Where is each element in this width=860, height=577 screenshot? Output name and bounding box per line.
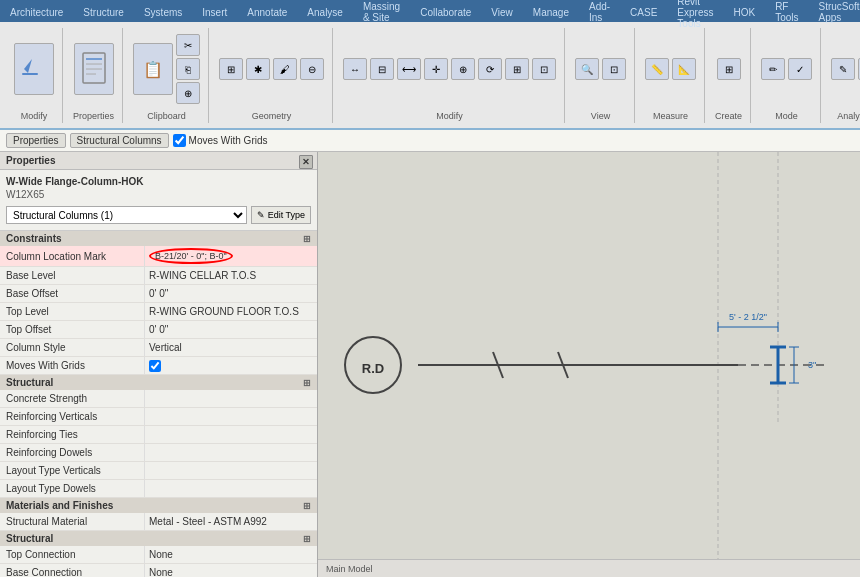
move-icon[interactable]: ✛ bbox=[424, 58, 448, 80]
tab-architecture[interactable]: Architecture bbox=[0, 2, 73, 22]
prop-value-reinforcing-verticals[interactable] bbox=[145, 408, 317, 425]
properties-table: Constraints ⊞ Column Location Mark B-21/… bbox=[0, 231, 317, 577]
tab-addins[interactable]: Add-Ins bbox=[579, 2, 620, 22]
tab-insert[interactable]: Insert bbox=[192, 2, 237, 22]
tab-view[interactable]: View bbox=[481, 2, 523, 22]
tab-massing[interactable]: Massing & Site bbox=[353, 2, 410, 22]
tab-rf-tools[interactable]: RF Tools bbox=[765, 2, 808, 22]
create-icons: ⊞ bbox=[717, 28, 741, 111]
tab-annotate[interactable]: Annotate bbox=[237, 2, 297, 22]
scale-icon[interactable]: ⊡ bbox=[532, 58, 556, 80]
prop-value-column-style[interactable]: Vertical bbox=[145, 339, 317, 356]
paste-special-icon[interactable]: ⊕ bbox=[176, 82, 200, 104]
create-icon[interactable]: ⊞ bbox=[717, 58, 741, 80]
align-icon[interactable]: ↔ bbox=[343, 58, 367, 80]
location-mark-circle: B-21/20' - 0"; B-0" bbox=[149, 248, 233, 264]
modify-icon[interactable] bbox=[14, 43, 54, 95]
prop-value-moves-with-grids[interactable] bbox=[145, 357, 317, 374]
column-label: R.D bbox=[362, 361, 384, 376]
structural-section-header: Structural ⊞ bbox=[0, 375, 317, 390]
split-icon[interactable]: ⊖ bbox=[300, 58, 324, 80]
prop-value-base-connection[interactable]: None bbox=[145, 564, 317, 577]
structural-columns-btn[interactable]: Structural Columns bbox=[70, 133, 169, 148]
properties-header: Properties ✕ bbox=[0, 152, 317, 170]
prop-row-top-offset: Top Offset 0' 0" bbox=[0, 321, 317, 339]
prop-value-reinforcing-dowels[interactable] bbox=[145, 444, 317, 461]
measure-angle-icon[interactable]: 📐 bbox=[672, 58, 696, 80]
edit-type-btn[interactable]: ✎ Edit Type bbox=[251, 206, 311, 224]
ribbon-group-clipboard: 📋 ✂ ⎗ ⊕ Clipboard bbox=[125, 28, 209, 123]
prop-value-concrete-strength[interactable] bbox=[145, 390, 317, 407]
geometry-label: Geometry bbox=[252, 111, 292, 123]
mode-icons: ✏ ✓ bbox=[761, 28, 812, 111]
prop-row-layout-type-verticals: Layout Type Verticals bbox=[0, 462, 317, 480]
mirror-icon[interactable]: ⟷ bbox=[397, 58, 421, 80]
tab-strucsoft[interactable]: StrucSoft Apps bbox=[808, 2, 860, 22]
analytical-icons: ✎ ⊙ bbox=[831, 28, 860, 111]
clipboard-label: Clipboard bbox=[147, 111, 186, 123]
ribbon-group-create: ⊞ Create bbox=[707, 28, 751, 123]
prop-label-top-offset: Top Offset bbox=[0, 321, 145, 338]
view-group-label: View bbox=[591, 111, 610, 123]
ribbon-group-modify: ↔ ⊟ ⟷ ✛ ⊕ ⟳ ⊞ ⊡ Modify bbox=[335, 28, 565, 123]
prop-row-location-mark: Column Location Mark B-21/20' - 0"; B-0" bbox=[0, 246, 317, 267]
prop-label-base-connection: Base Connection bbox=[0, 564, 145, 577]
status-bar-text: Main Model bbox=[326, 564, 373, 574]
prop-label-column-style: Column Style bbox=[0, 339, 145, 356]
tab-analyse[interactable]: Analyse bbox=[297, 2, 353, 22]
svg-marker-1 bbox=[24, 59, 32, 73]
prop-value-location-mark[interactable]: B-21/20' - 0"; B-0" bbox=[145, 246, 317, 266]
tab-case[interactable]: CASE bbox=[620, 2, 667, 22]
copy-tool-icon[interactable]: ⊕ bbox=[451, 58, 475, 80]
moves-with-grids-checkbox[interactable] bbox=[173, 134, 186, 147]
join-icon[interactable]: ⊞ bbox=[219, 58, 243, 80]
edit-family-icon[interactable]: ✎ bbox=[831, 58, 855, 80]
measure-group-label: Measure bbox=[653, 111, 688, 123]
materials-section-icon: ⊞ bbox=[303, 501, 311, 511]
paste-icon[interactable]: 📋 bbox=[133, 43, 173, 95]
measure-distance-icon[interactable]: 📏 bbox=[645, 58, 669, 80]
moves-with-grids-prop-checkbox[interactable] bbox=[149, 360, 161, 372]
constraints-section-icon: ⊞ bbox=[303, 234, 311, 244]
tab-revit-express[interactable]: Revit Express Tools bbox=[667, 2, 723, 22]
cut-geom-icon[interactable]: ✱ bbox=[246, 58, 270, 80]
offset-icon[interactable]: ⊟ bbox=[370, 58, 394, 80]
properties-close-btn[interactable]: ✕ bbox=[299, 155, 313, 169]
prop-row-top-level: Top Level R-WING GROUND FLOOR T.O.S bbox=[0, 303, 317, 321]
zoom-in-icon[interactable]: 🔍 bbox=[575, 58, 599, 80]
tab-collaborate[interactable]: Collaborate bbox=[410, 2, 481, 22]
prop-value-top-offset[interactable]: 0' 0" bbox=[145, 321, 317, 338]
finish-mode-icon[interactable]: ✓ bbox=[788, 58, 812, 80]
zoom-out-icon[interactable]: ⊡ bbox=[602, 58, 626, 80]
copy-icon[interactable]: ⎗ bbox=[176, 58, 200, 80]
tab-manage[interactable]: Manage bbox=[523, 2, 579, 22]
properties-btn[interactable]: Properties bbox=[6, 133, 66, 148]
prop-label-reinforcing-verticals: Reinforcing Verticals bbox=[0, 408, 145, 425]
prop-label-concrete-strength: Concrete Strength bbox=[0, 390, 145, 407]
prop-value-top-connection[interactable]: None bbox=[145, 546, 317, 563]
tab-systems[interactable]: Systems bbox=[134, 2, 192, 22]
edit-mode-icon[interactable]: ✏ bbox=[761, 58, 785, 80]
paint-icon[interactable]: 🖌 bbox=[273, 58, 297, 80]
mode-group-label: Mode bbox=[775, 111, 798, 123]
trim-icon[interactable]: ⊞ bbox=[505, 58, 529, 80]
tab-hok[interactable]: HOK bbox=[723, 2, 765, 22]
prop-value-reinforcing-ties[interactable] bbox=[145, 426, 317, 443]
prop-value-top-level[interactable]: R-WING GROUND FLOOR T.O.S bbox=[145, 303, 317, 320]
ribbon-group-geometry: ⊞ ✱ 🖌 ⊖ Geometry bbox=[211, 28, 333, 123]
properties-icon[interactable] bbox=[74, 43, 114, 95]
cut-icon[interactable]: ✂ bbox=[176, 34, 200, 56]
main-area: Properties ✕ W-Wide Flange-Column-HOK W1… bbox=[0, 152, 860, 577]
prop-value-structural-material[interactable]: Metal - Steel - ASTM A992 bbox=[145, 513, 317, 530]
type-selector[interactable]: Structural Columns (1) bbox=[6, 206, 247, 224]
prop-value-base-offset[interactable]: 0' 0" bbox=[145, 285, 317, 302]
prop-row-column-style: Column Style Vertical bbox=[0, 339, 317, 357]
svg-rect-2 bbox=[83, 53, 105, 83]
prop-row-reinforcing-verticals: Reinforcing Verticals bbox=[0, 408, 317, 426]
rotate-icon[interactable]: ⟳ bbox=[478, 58, 502, 80]
tab-structure[interactable]: Structure bbox=[73, 2, 134, 22]
prop-value-layout-type-verticals[interactable] bbox=[145, 462, 317, 479]
prop-value-layout-type-dowels[interactable] bbox=[145, 480, 317, 497]
prop-value-base-level[interactable]: R-WING CELLAR T.O.S bbox=[145, 267, 317, 284]
family-subname: W12X65 bbox=[6, 189, 311, 200]
